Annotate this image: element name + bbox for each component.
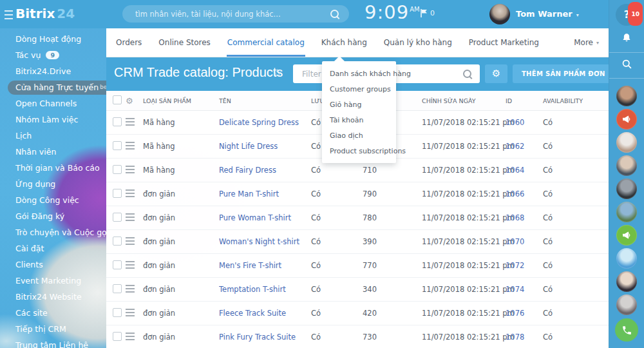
product-id-link[interactable]: 1062 <box>506 142 524 151</box>
row-menu-icon[interactable] <box>126 213 135 221</box>
sidebar-item-d-ng-ho-t-ng[interactable]: Dòng Hoạt động <box>0 31 106 47</box>
sidebar-item-event-marketing[interactable]: Event Marketing <box>0 273 106 289</box>
sidebar-item-ti-p-th-crm[interactable]: Tiếp thị CRM <box>0 321 106 337</box>
row-menu-icon[interactable] <box>126 309 135 316</box>
product-name-link[interactable]: Pure Woman T-shirt <box>219 213 291 222</box>
sidebar-item-clients[interactable]: Clients <box>0 256 106 273</box>
hamburger-menu-icon[interactable] <box>5 10 13 19</box>
sidebar-item-l-ch[interactable]: Lịch <box>0 128 106 144</box>
product-name-link[interactable]: Temptation T-shirt <box>219 285 286 294</box>
tab-orders[interactable]: Orders <box>108 28 150 57</box>
menu-item-gi-h-ng[interactable]: Giỏ hàng <box>322 97 396 113</box>
row-menu-icon[interactable] <box>126 237 135 245</box>
product-id-link[interactable]: 1060 <box>506 118 524 127</box>
tab-product-marketing[interactable]: Product Marketing <box>460 28 547 57</box>
product-id-link[interactable]: 1072 <box>506 261 524 270</box>
column-header-id[interactable]: ID <box>506 97 543 104</box>
row-checkbox[interactable] <box>113 117 122 126</box>
product-id-link[interactable]: 1070 <box>506 237 524 246</box>
row-checkbox[interactable] <box>113 284 122 293</box>
tab-online-stores[interactable]: Online Stores <box>150 28 219 57</box>
help-button[interactable]: ? 10 <box>616 4 638 26</box>
settings-gear-button[interactable]: ⚙ <box>485 64 507 83</box>
avatar-user-5[interactable] <box>616 271 637 292</box>
tab-kh-ch-h-ng[interactable]: Khách hàng <box>313 28 375 57</box>
notifications-bell-icon[interactable] <box>621 32 632 46</box>
avatar-group[interactable] <box>616 202 637 222</box>
tab-more[interactable]: More▾ <box>565 28 607 57</box>
product-id-link[interactable]: 1066 <box>506 189 524 198</box>
sidebar-item-ng-d-ng[interactable]: Ứng dụng <box>0 176 106 192</box>
sidebar-item-bitrix24-website[interactable]: Bitrix24 Website <box>0 289 106 305</box>
row-menu-icon[interactable] <box>126 166 135 173</box>
sidebar-item-tr-chuy-n-v-cu-c-g-i[interactable]: Trò chuyện và Cuộc gọi <box>0 224 106 240</box>
row-menu-icon[interactable] <box>126 189 135 197</box>
product-name-link[interactable]: Woman's Night t-shirt <box>219 237 299 246</box>
sidebar-item-bitrix24-drive[interactable]: Bitrix24.Drive <box>0 63 106 79</box>
product-name-link[interactable]: Night Life Dress <box>219 142 278 151</box>
phone-call-button[interactable] <box>615 318 638 342</box>
column-header-availability[interactable]: AVAILABILITY <box>543 97 601 104</box>
product-name-link[interactable]: Pure Man T-shirt <box>219 189 279 198</box>
product-id-link[interactable]: 1078 <box>506 333 524 342</box>
avatar-banner[interactable] <box>616 248 637 269</box>
row-checkbox[interactable] <box>113 165 122 174</box>
menu-item-t-i-kho-n[interactable]: Tài khoản <box>322 113 396 128</box>
megaphone-green-icon[interactable] <box>616 225 637 246</box>
column-header-ch-nh-s-a-ng-y[interactable]: CHỈNH SỬA NGÀY <box>422 97 506 104</box>
row-menu-icon[interactable] <box>126 285 135 293</box>
menu-item-customer-groups[interactable]: Customer groups <box>322 82 396 97</box>
tab-commercial-catalog[interactable]: Commercial catalog <box>219 28 313 57</box>
product-name-link[interactable]: Pink Fury Track Suite <box>219 333 296 342</box>
avatar-user-2[interactable] <box>616 132 637 153</box>
flag-counter[interactable]: 0 <box>421 9 435 17</box>
menu-item-danh-s-ch-kh-ch-h-ng[interactable]: Danh sách khách hàng <box>322 66 396 82</box>
select-all-checkbox[interactable] <box>113 95 122 104</box>
global-search-input[interactable] <box>122 10 330 19</box>
product-id-link[interactable]: 1064 <box>506 166 524 175</box>
rail-search-icon[interactable] <box>621 59 632 72</box>
product-id-link[interactable]: 1076 <box>506 309 524 318</box>
sidebar-item-th-i-gian-v-b-o-c-o[interactable]: Thời gian và Báo cáo <box>0 160 106 176</box>
favorite-star-icon[interactable]: ☆ <box>272 66 282 79</box>
menu-item-product-subscriptions[interactable]: Product subscriptions <box>322 144 396 159</box>
avatar-user-3[interactable] <box>616 155 637 176</box>
product-id-link[interactable]: 1074 <box>506 285 524 294</box>
user-avatar[interactable] <box>489 4 510 24</box>
column-header-lo-i-s-n-ph-m[interactable]: LOẠI SẢN PHẨM <box>143 97 219 104</box>
sidebar-item-nh-n-vi-n[interactable]: Nhân viên <box>0 144 106 160</box>
global-search[interactable] <box>122 5 349 23</box>
avatar-user-4[interactable] <box>616 179 637 199</box>
sidebar-item-trung-t-m-li-n-h[interactable]: Trung tâm Liên hệ <box>0 337 106 348</box>
megaphone-red-icon[interactable] <box>616 109 637 130</box>
row-checkbox[interactable] <box>113 237 122 246</box>
row-checkbox[interactable] <box>113 260 122 269</box>
table-settings-gear-icon[interactable]: ⚙ <box>126 96 138 106</box>
row-checkbox[interactable] <box>113 332 122 341</box>
row-menu-icon[interactable] <box>126 118 135 126</box>
sidebar-item-g-i-ng-k[interactable]: Gói Đăng ký <box>0 208 106 224</box>
row-checkbox[interactable] <box>113 213 122 222</box>
bitrix24-logo[interactable]: Bitrix24 <box>15 6 75 21</box>
avatar-user-1[interactable] <box>616 86 637 106</box>
user-name[interactable]: Tom Warner▾ <box>516 9 579 19</box>
row-checkbox[interactable] <box>113 189 122 198</box>
sidebar-item-c-a-h-ng-tr-c-tuy-n[interactable]: Cửa hàng Trực tuyếnbeta <box>0 79 106 95</box>
row-menu-icon[interactable] <box>126 142 135 150</box>
row-menu-icon[interactable] <box>126 261 135 269</box>
menu-item-giao-d-ch[interactable]: Giao dịch <box>322 128 396 144</box>
column-header-t-n[interactable]: TÊN <box>219 97 311 104</box>
product-name-link[interactable]: Men's Fire T-shirt <box>219 261 281 270</box>
sidebar-item-t-c-v[interactable]: Tác vụ9 <box>0 47 106 63</box>
sidebar-item-open-channels[interactable]: Open Channels <box>0 95 106 111</box>
sidebar-item-nh-m-l-m-vi-c[interactable]: Nhóm Làm việc <box>0 111 106 128</box>
row-menu-icon[interactable] <box>126 333 135 340</box>
row-checkbox[interactable] <box>113 308 122 317</box>
product-name-link[interactable]: Fleece Track Suite <box>219 309 286 318</box>
avatar-user-6[interactable] <box>616 295 637 315</box>
sidebar-item-c-i-t[interactable]: Cài đặt <box>0 240 106 256</box>
tab-qu-n-l-kho-h-ng[interactable]: Quản lý kho hàng <box>375 28 460 57</box>
sidebar-item-d-ng-c-ng-vi-c[interactable]: Dòng Công việc <box>0 192 106 208</box>
row-checkbox[interactable] <box>113 141 122 150</box>
sidebar-item-c-c-site[interactable]: Các site <box>0 305 106 321</box>
